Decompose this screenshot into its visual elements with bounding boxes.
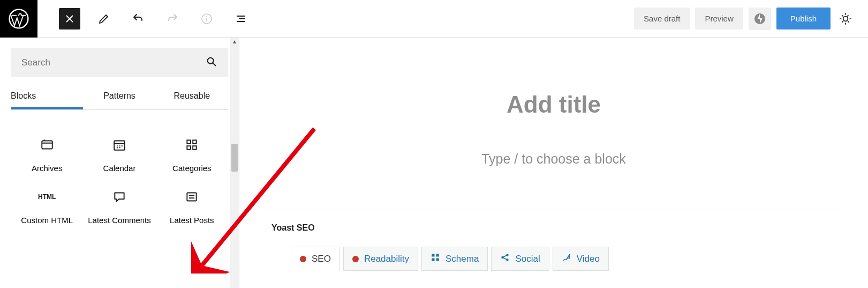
undo-icon[interactable] (127, 8, 149, 29)
status-dot-icon (300, 256, 306, 262)
calendar-icon (111, 137, 127, 153)
redo-icon[interactable] (162, 8, 183, 29)
svg-rect-17 (436, 259, 439, 261)
tab-patterns[interactable]: Patterns (83, 85, 155, 109)
block-search[interactable] (11, 48, 228, 77)
divider (261, 210, 847, 210)
block-archives[interactable]: Archives (11, 137, 83, 173)
outline-icon[interactable] (230, 8, 252, 29)
top-toolbar: Save draft Preview Publish (0, 0, 868, 38)
status-dot-icon (352, 256, 359, 262)
block-calendar[interactable]: Calendar (83, 137, 155, 173)
scroll-thumb[interactable] (231, 144, 238, 172)
search-icon (206, 56, 217, 70)
close-inserter-button[interactable] (59, 8, 80, 29)
svg-rect-9 (193, 140, 197, 144)
categories-icon (184, 137, 200, 153)
video-icon (562, 253, 571, 265)
latest-posts-icon (184, 189, 200, 205)
settings-icon[interactable] (836, 9, 855, 28)
yoast-tab-video[interactable]: Video (553, 247, 609, 271)
yoast-title: Yoast SEO (271, 223, 847, 233)
yoast-tab-seo[interactable]: SEO (291, 247, 340, 271)
svg-rect-16 (432, 259, 434, 261)
block-prompt[interactable]: Type / to choose a block (261, 151, 847, 167)
tab-reusable[interactable]: Reusable (156, 85, 228, 109)
yoast-tab-schema[interactable]: Schema (421, 247, 488, 271)
archives-icon (39, 137, 55, 153)
inserter-tabs: Blocks Patterns Reusable (11, 85, 228, 110)
block-latest-comments[interactable]: Latest Comments (83, 189, 155, 225)
svg-point-5 (208, 58, 214, 64)
yoast-tab-social[interactable]: Social (491, 247, 549, 271)
svg-rect-14 (432, 254, 434, 256)
editor-canvas: Add title Type / to choose a block Yoast… (239, 38, 868, 288)
block-latest-posts[interactable]: Latest Posts (156, 189, 228, 225)
edit-icon[interactable] (93, 8, 115, 29)
html-icon: HTML (39, 189, 55, 205)
svg-rect-11 (193, 146, 197, 150)
tab-blocks[interactable]: Blocks (11, 85, 83, 109)
svg-rect-3 (206, 18, 207, 21)
svg-rect-10 (187, 146, 191, 150)
yoast-tab-readability[interactable]: Readability (343, 247, 418, 271)
info-icon[interactable] (196, 8, 217, 29)
block-label: Custom HTML (21, 216, 73, 225)
block-categories[interactable]: Categories (156, 137, 228, 173)
svg-rect-15 (436, 254, 439, 256)
svg-rect-7 (114, 141, 125, 150)
svg-rect-6 (42, 141, 52, 149)
preview-button[interactable]: Preview (695, 8, 743, 29)
svg-rect-12 (187, 193, 197, 201)
block-search-input[interactable] (21, 57, 206, 68)
schema-icon (431, 253, 440, 265)
publish-button[interactable]: Publish (776, 8, 831, 29)
jetpack-button[interactable] (749, 8, 771, 30)
yoast-seo-section: Yoast SEO SEO Readability Schema Social (271, 223, 847, 271)
block-label: Categories (172, 164, 212, 173)
block-custom-html[interactable]: HTML Custom HTML (11, 189, 83, 225)
comment-icon (111, 189, 127, 205)
svg-rect-8 (187, 140, 191, 144)
block-label: Calendar (103, 164, 136, 173)
share-icon (500, 253, 510, 265)
post-title-input[interactable]: Add title (261, 91, 847, 118)
scroll-up-icon[interactable]: ▲ (232, 39, 237, 45)
block-label: Archives (32, 164, 63, 173)
svg-point-2 (206, 16, 207, 17)
wordpress-logo[interactable] (0, 0, 37, 38)
scrollbar[interactable]: ▲ (230, 38, 239, 288)
block-inserter-panel: Blocks Patterns Reusable Archives Calend… (0, 38, 239, 288)
block-label: Latest Comments (88, 216, 151, 225)
block-label: Latest Posts (170, 216, 214, 225)
save-draft-button[interactable]: Save draft (634, 8, 690, 29)
